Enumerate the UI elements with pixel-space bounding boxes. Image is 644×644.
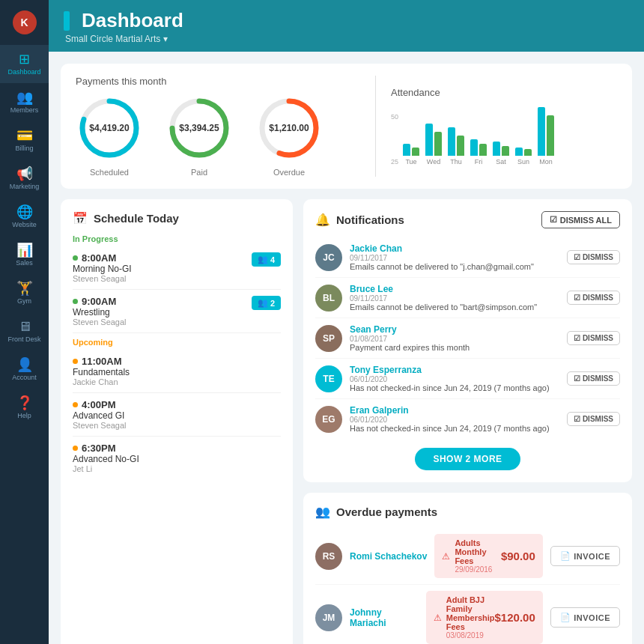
bar-label: Fri: [475, 158, 483, 165]
bottom-row: 📅 Schedule Today In Progress 8:00AM Morn…: [61, 199, 632, 644]
overdue-payments-card: 👥 Overdue payments RS Romi Schachekov ⚠ …: [303, 493, 632, 644]
overdue-amount: $90.00: [501, 550, 535, 562]
dismiss-button[interactable]: ☑ DISMISS: [567, 250, 620, 264]
sidebar-item-sales[interactable]: 📊 Sales: [0, 236, 49, 274]
bar-group: Fri: [470, 139, 487, 165]
overdue-title: Overdue payments: [336, 505, 437, 518]
dismiss-button[interactable]: ☑ DISMISS: [567, 291, 620, 305]
sidebar-item-website[interactable]: 🌐 Website: [0, 198, 49, 236]
notification-message: Payment card expires this month: [350, 343, 559, 352]
schedule-item[interactable]: 6:30PM Advanced No-GI Jet Li: [73, 437, 281, 479]
page-title: Dashboard: [64, 9, 629, 32]
schedule-time: 6:30PM: [73, 443, 139, 454]
sidebar-item-account[interactable]: 👤 Account: [0, 350, 49, 389]
bar-teal: [493, 142, 500, 156]
bar-label: Tue: [405, 158, 416, 165]
scheduled-value: $4,419.20: [89, 123, 129, 133]
sidebar-item-members[interactable]: 👥 Members: [0, 83, 49, 121]
overdue-fee-text: Adults Monthly Fees 29/09/2016: [455, 538, 501, 574]
dismiss-button[interactable]: ☑ DISMISS: [567, 331, 620, 345]
org-name[interactable]: Small Circle Martial Arts ▾: [65, 34, 629, 44]
sidebar-item-dashboard[interactable]: ⊞ Dashboard: [0, 45, 49, 83]
notification-message: Emails cannot be delivered to "bart@simp…: [350, 303, 559, 312]
notification-row: EG Eran Galperin 06/01/2020 Has not chec…: [315, 399, 620, 439]
avatar: JM: [315, 604, 342, 631]
sidebar-label-billing: Billing: [15, 145, 33, 152]
sidebar-label-members: Members: [10, 106, 39, 114]
sidebar-label-website: Website: [12, 221, 36, 228]
schedule-class-name: Advanced GI: [73, 410, 127, 421]
overdue-row: RS Romi Schachekov ⚠ Adults Monthly Fees…: [315, 528, 620, 585]
bar-container: [515, 148, 532, 156]
bar-green: [547, 115, 554, 156]
schedule-item[interactable]: 11:00AM Fundamentals Jackie Chan: [73, 350, 281, 393]
schedule-class-name: Advanced No-GI: [73, 454, 139, 464]
overdue-circle: $1,210.00 Overdue: [255, 94, 323, 177]
notification-date: 01/08/2017: [350, 335, 559, 343]
schedule-instructor: Jackie Chan: [73, 377, 130, 386]
y-axis: 50 25: [391, 113, 398, 165]
notification-name[interactable]: Sean Perry: [350, 324, 559, 335]
check-icon: ☑: [550, 215, 557, 225]
dismiss-button[interactable]: ☑ DISMISS: [567, 371, 620, 386]
bar-green: [524, 149, 532, 156]
bar-green: [457, 136, 464, 156]
avatar: EG: [315, 406, 342, 433]
bar-label: Mon: [539, 158, 553, 165]
members-icon: 👥: [16, 91, 33, 104]
invoice-button[interactable]: 📄 INVOICE: [550, 607, 620, 628]
schedule-instructor: Steven Seagal: [73, 421, 127, 430]
check-icon: ☑: [574, 415, 580, 423]
paid-value: $3,394.25: [179, 123, 219, 133]
schedule-item[interactable]: 9:00AM Wrestling Steven Seagal 👥2: [73, 290, 281, 333]
overdue-member-name[interactable]: Johnny Mariachi: [350, 607, 419, 628]
bar-container: [493, 142, 509, 156]
schedule-time: 9:00AM: [73, 296, 127, 307]
sidebar-item-billing[interactable]: 💳 Billing: [0, 121, 49, 160]
schedule-item[interactable]: 4:00PM Advanced GI Steven Seagal: [73, 393, 281, 437]
notification-name[interactable]: Tony Esperranza: [350, 365, 559, 375]
sidebar-item-help[interactable]: ❓ Help: [0, 389, 49, 427]
overdue-icon: 👥: [315, 505, 330, 519]
billing-icon: 💳: [16, 129, 33, 142]
help-icon: ❓: [16, 396, 33, 410]
bar-teal: [425, 124, 433, 156]
notification-row: BL Bruce Lee 09/11/2017 Emails cannot be…: [315, 278, 620, 318]
check-icon: ☑: [574, 374, 580, 383]
invoice-button[interactable]: 📄 INVOICE: [550, 546, 620, 566]
avatar: TE: [315, 365, 342, 392]
notification-name[interactable]: Jackie Chan: [350, 243, 559, 254]
svg-rect-0: [64, 11, 70, 31]
notification-info: Eran Galperin 06/01/2020 Has not checked…: [350, 405, 559, 433]
notification-info: Jackie Chan 09/11/2017 Emails cannot be …: [350, 243, 559, 271]
bar-label: Sun: [517, 158, 529, 165]
overdue-label: Overdue: [273, 168, 305, 177]
sidebar-item-frontdesk[interactable]: 🖥 Front Desk: [0, 312, 49, 350]
schedule-item[interactable]: 8:00AM Morning No-GI Steven Seagal 👥4: [73, 246, 281, 290]
sidebar-logo: K: [0, 0, 49, 45]
bar-container: [470, 139, 487, 156]
overdue-member-name[interactable]: Romi Schachekov: [350, 551, 427, 562]
overdue-fee-date: 03/08/2019: [446, 631, 495, 640]
notification-row: SP Sean Perry 01/08/2017 Payment card ex…: [315, 318, 620, 359]
sidebar: K ⊞ Dashboard 👥 Members 💳 Billing 📢 Mark…: [0, 0, 49, 644]
vertical-divider: [375, 76, 376, 177]
schedule-item-info: 4:00PM Advanced GI Steven Seagal: [73, 399, 127, 430]
bar-label: Thu: [450, 158, 462, 165]
bell-icon: 🔔: [315, 213, 330, 227]
check-icon: ☑: [574, 294, 580, 302]
attendance-chart-wrapper: 50 25 Tue Wed Thu Fri: [391, 106, 617, 165]
dismiss-all-button[interactable]: ☑ DISMISS ALL: [541, 211, 620, 228]
sidebar-item-gym[interactable]: 🏋 Gym: [0, 274, 49, 312]
dashboard-icon: ⊞: [19, 52, 30, 66]
avatar: BL: [315, 285, 342, 312]
show-more-button[interactable]: SHOW 2 MORE: [415, 448, 520, 470]
overdue-list: RS Romi Schachekov ⚠ Adults Monthly Fees…: [315, 528, 620, 644]
y-label-50: 50: [391, 113, 398, 121]
sidebar-item-marketing[interactable]: 📢 Marketing: [0, 160, 49, 198]
bar-group: Mon: [538, 107, 554, 165]
notification-name[interactable]: Bruce Lee: [350, 284, 559, 294]
dismiss-button[interactable]: ☑ DISMISS: [567, 412, 620, 426]
notification-name[interactable]: Eran Galperin: [350, 405, 559, 416]
bar-container: [538, 107, 554, 156]
